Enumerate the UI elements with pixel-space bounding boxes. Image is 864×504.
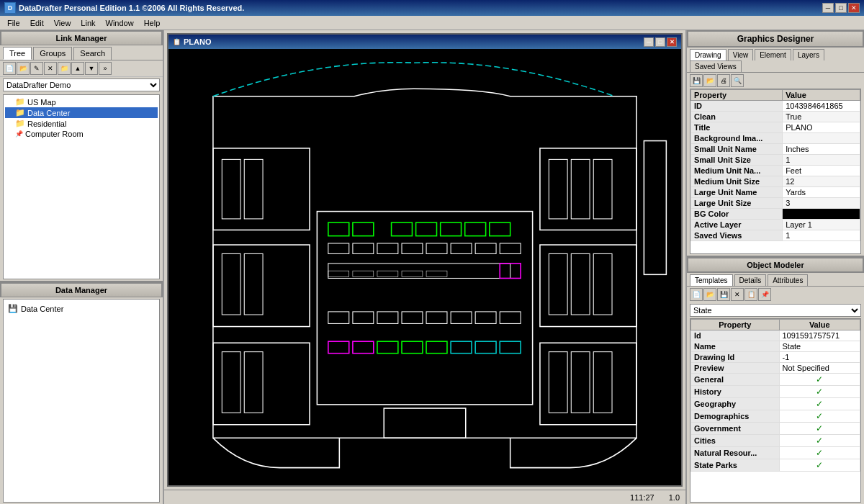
svg-rect-40 [353,271,374,276]
om-prop-value: ✓ [779,435,860,447]
om-prop-name: Name [691,341,780,352]
gd-properties-table-container: Property Value ID1043984641865CleanTrueT… [690,89,861,254]
drawing-canvas[interactable] [168,49,681,485]
gd-prop-name: Small Unit Name [691,144,783,155]
checkbox-check: ✓ [816,399,823,409]
om-copy-btn[interactable]: 📋 [744,288,757,301]
gd-zoom-btn[interactable]: 🔍 [731,74,744,87]
om-prop-name: Id [691,330,780,341]
up-link-button[interactable]: ▲ [71,62,84,75]
drawing-minimize-btn[interactable]: ─ [644,37,654,47]
om-prop-value: ✓ [779,447,860,459]
link-manager-header: Link Manager [0,30,163,45]
om-prop-value: ✓ [779,423,860,435]
om-open-btn[interactable]: 📂 [703,288,716,301]
data-manager: Data Manager 💾 Data Center [0,281,163,504]
svg-rect-26 [416,222,437,236]
svg-rect-4 [222,253,240,315]
title-bar: D DataDrafter Personal Edition 1.1 ©2006… [0,0,864,16]
more-link-button[interactable]: » [99,62,112,75]
gd-prop-value [783,133,860,144]
svg-rect-27 [441,222,462,236]
right-panel: Graphics Designer Drawing View Element L… [685,30,864,504]
svg-rect-10 [549,159,567,219]
om-prop-name: State Parks [691,459,780,472]
edit-link-button[interactable]: ✎ [30,62,43,75]
gd-tab-savedviews[interactable]: Saved Views [690,60,742,72]
om-prop-name: Government [691,423,780,435]
svg-rect-2 [244,159,263,219]
gd-prop-name: Large Unit Size [691,198,783,209]
new-link-button[interactable]: 📄 [3,62,16,75]
gd-prop-name: Medium Unit Na... [691,166,783,176]
tab-search[interactable]: Search [73,47,112,60]
gd-tab-view[interactable]: View [728,49,754,60]
menu-file[interactable]: File [3,18,24,28]
gd-print-btn[interactable]: 🖨 [717,74,730,87]
om-prop-value: ✓ [779,386,860,398]
gd-tab-layers[interactable]: Layers [793,49,824,60]
menu-view[interactable]: View [50,18,76,28]
datasource-dropdown[interactable]: DataDrafter Demo [3,78,160,91]
gd-prop-value: Yards [783,187,860,198]
svg-rect-1 [222,159,240,219]
gd-tab-element[interactable]: Element [755,49,791,60]
drawing-maximize-btn[interactable]: □ [655,37,665,47]
om-new-btn[interactable]: 📄 [690,288,703,301]
tree-item-datacenter[interactable]: 📁 Data Center [5,107,158,118]
maximize-button[interactable]: □ [835,3,847,13]
gd-tab-drawing[interactable]: Drawing [690,49,726,60]
tree-item-computerroom[interactable]: 📌 Computer Room [5,129,158,139]
om-delete-btn[interactable]: ✕ [731,288,744,301]
om-paste-btn[interactable]: 📌 [758,288,771,301]
menu-edit[interactable]: Edit [26,18,48,28]
gd-open-btn[interactable]: 📂 [703,74,716,87]
menu-window[interactable]: Window [102,18,138,28]
folder-icon-datacenter: 📁 [15,108,25,117]
gd-prop-name: Background Ima... [691,133,783,144]
checkbox-check: ✓ [816,436,823,446]
checkbox-check: ✓ [816,411,823,421]
tree-item-usmap[interactable]: 📁 US Map [5,96,158,107]
om-tab-attributes[interactable]: Attributes [768,274,808,286]
folder-link-button[interactable]: 📁 [58,62,71,75]
svg-rect-15 [571,253,590,315]
om-tab-templates[interactable]: Templates [690,274,733,286]
menu-help[interactable]: Help [140,18,165,28]
drawing-close-btn[interactable]: ✕ [667,37,677,47]
svg-rect-58 [451,341,472,354]
tree-item-residential[interactable]: 📁 Residential [5,118,158,129]
om-tab-details[interactable]: Details [734,274,767,286]
drawing-titlebar: 📋 PLANO ─ □ ✕ [168,35,681,49]
checkbox-check: ✓ [816,448,823,458]
graphics-designer-tabs: Drawing View Element Layers Saved Views [687,48,864,73]
gd-toolbar: 💾 📂 🖨 🔍 [687,73,864,89]
gd-save-btn[interactable]: 💾 [690,74,703,87]
close-button[interactable]: ✕ [848,3,860,13]
minimize-button[interactable]: ─ [822,3,834,13]
open-link-button[interactable]: 📂 [17,62,30,75]
om-prop-col: Property [691,320,780,330]
gd-prop-name: ID [691,101,783,112]
delete-link-button[interactable]: ✕ [44,62,57,75]
folder-icon-residential: 📁 [15,119,25,128]
dm-item-datacenter[interactable]: 💾 Data Center [6,302,156,315]
om-prop-name: History [691,386,780,398]
svg-rect-34 [426,243,447,253]
coordinates: 111:27 [630,493,654,502]
tab-groups[interactable]: Groups [33,47,72,60]
om-state-dropdown[interactable]: State [690,304,861,317]
tab-tree[interactable]: Tree [3,47,32,60]
om-prop-name: Preview [691,363,780,374]
tree-view: 📁 US Map 📁 Data Center 📁 Residential 📌 C… [3,94,160,279]
om-prop-value: -1 [779,352,860,363]
menu-link[interactable]: Link [76,18,99,28]
svg-rect-57 [426,341,447,354]
svg-rect-28 [465,222,486,236]
svg-rect-41 [377,271,398,276]
gd-prop-value: Layer 1 [783,220,860,230]
checkbox-check: ✓ [816,387,823,397]
om-save-btn[interactable]: 💾 [717,288,730,301]
pin-icon-computerroom: 📌 [15,130,23,138]
down-link-button[interactable]: ▼ [85,62,98,75]
